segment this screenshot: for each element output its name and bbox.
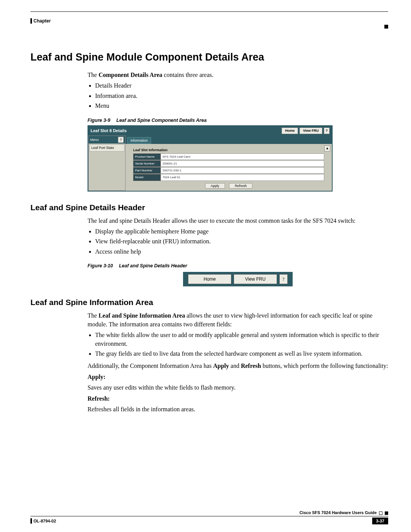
field-label: Part Number [133, 167, 161, 174]
apply-label: Apply: [88, 373, 388, 381]
table-row: Product Name SFS 7024 Leaf Card [133, 153, 324, 160]
view-fru-button[interactable]: View FRU [299, 128, 322, 134]
field-value[interactable]: 200091-21 [161, 160, 324, 167]
page-number: 3-37 [372, 518, 388, 524]
list-item: Information area. [95, 92, 388, 100]
figure-caption: Figure 3-10Leaf and Spine Details Header [88, 263, 388, 270]
intro-block: The Component Details Area contains thre… [88, 71, 388, 192]
details-paragraph: The leaf and spine Details Header allows… [88, 217, 388, 225]
list-item: Access online help [95, 248, 388, 256]
refresh-button[interactable]: Refresh [229, 183, 253, 189]
apply-button[interactable]: Apply [205, 183, 225, 189]
list-item: Menu [95, 102, 388, 110]
header-marker [30, 18, 32, 24]
info-paragraph-2: Additionally, the Component Information … [88, 362, 388, 370]
view-fru-button[interactable]: View FRU [234, 274, 277, 284]
field-value[interactable]: SFS 7024 Leaf Card [161, 153, 324, 160]
figure-caption: Figure 3-9Leaf and Spine Component Detai… [88, 117, 388, 124]
home-button[interactable]: Home [282, 128, 298, 134]
field-value[interactable]: 200721-030-1 [161, 167, 324, 174]
info-box-title: Leaf Slot Information [133, 147, 324, 153]
chapter-label: Chapter [33, 18, 51, 24]
footer-doc-id: OL-8794-02 [33, 519, 56, 523]
apply-text: Saves any user edits within the white fi… [88, 383, 388, 392]
table-row: Part Number 200721-030-1 [133, 167, 324, 174]
header-square-icon [384, 25, 388, 29]
list-item: Display the applicable hemisphere Home p… [95, 227, 388, 236]
footer-square-icon [379, 511, 382, 515]
field-label: Product Name [133, 153, 161, 160]
help-button[interactable]: ? [324, 128, 330, 134]
list-item: The white fields allow the user to add o… [95, 331, 388, 348]
footer-bar-icon [30, 518, 32, 524]
table-row: Model 7024 Leaf 01 [133, 174, 324, 181]
menu-sidebar: Menu ? Leaf Port Stats [88, 136, 126, 191]
sidebar-item-leaf-port-stats[interactable]: Leaf Port Stats [89, 144, 124, 152]
details-bullets: Display the applicable hemisphere Home p… [88, 227, 388, 256]
table-row: Serial Number 200091-21 [133, 160, 324, 167]
page-header: Chapter [30, 13, 388, 29]
home-button[interactable]: Home [188, 274, 231, 284]
section-title-details-header: Leaf and Spine Details Header [30, 203, 388, 212]
figure-3-9: Leaf Slot 8 Details Home View FRU ? Menu… [88, 125, 333, 192]
intro-bullets: Details Header Information area. Menu [88, 81, 388, 110]
field-label: Model [133, 174, 161, 181]
footer-square-icon [385, 511, 388, 515]
help-button[interactable]: ? [279, 274, 288, 284]
page-title: Leaf and Spine Module Component Details … [30, 51, 388, 63]
field-label: Serial Number [133, 160, 161, 167]
slot-title: Leaf Slot 8 Details [91, 128, 127, 134]
info-paragraph-1: The Leaf and Spine Information Area allo… [88, 312, 388, 329]
page-footer: Cisco SFS 7024 Hardware Users Guide OL-8… [30, 510, 388, 524]
list-item: Details Header [95, 81, 388, 90]
scroll-up-icon[interactable]: ▲ [324, 145, 330, 152]
menu-help-icon[interactable]: ? [118, 137, 124, 143]
list-item: View field-replaceable unit (FRU) inform… [95, 237, 388, 246]
section-title-information-area: Leaf and Spine Information Area [30, 298, 388, 307]
list-item: The gray fields are tied to live data fr… [95, 350, 388, 358]
figure-3-10: Home View FRU ? [183, 272, 293, 287]
field-value[interactable]: 7024 Leaf 01 [161, 174, 324, 181]
intro-paragraph: The Component Details Area contains thre… [88, 71, 388, 79]
menu-label: Menu [90, 137, 99, 142]
info-bullets: The white fields allow the user to add o… [88, 331, 388, 358]
refresh-text: Refreshes all fields in the information … [88, 405, 388, 414]
tab-information[interactable]: Information [127, 137, 151, 144]
footer-guide: Cisco SFS 7024 Hardware Users Guide [299, 510, 377, 515]
refresh-label: Refresh: [88, 395, 388, 403]
